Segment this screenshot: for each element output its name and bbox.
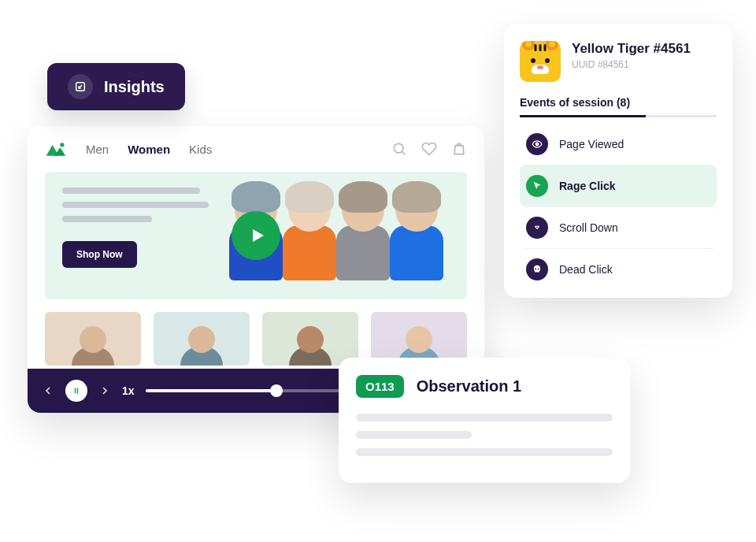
event-label: Rage Click [559, 180, 616, 192]
nav-link-men[interactable]: Men [86, 143, 109, 156]
svg-point-7 [538, 268, 539, 269]
shop-now-button[interactable]: Shop Now [62, 241, 137, 268]
insights-pill[interactable]: Insights [47, 63, 185, 110]
observation-id-badge: O113 [356, 375, 404, 398]
event-row-dead-click[interactable]: Dead Click [520, 248, 717, 290]
nav-link-kids[interactable]: Kids [189, 143, 212, 156]
nav-link-women[interactable]: Women [128, 143, 170, 156]
site-navigation: Men Women Kids [28, 126, 484, 172]
event-label: Page Viewed [559, 138, 624, 150]
text-placeholder [62, 202, 209, 208]
hero-banner: Shop Now [45, 172, 467, 299]
cursor-icon [526, 175, 548, 197]
svg-point-5 [532, 223, 542, 232]
pause-button[interactable] [65, 380, 87, 402]
text-placeholder [62, 187, 200, 194]
insights-label: Insights [104, 78, 165, 96]
svg-point-1 [60, 143, 64, 147]
observation-card: O113 Observation 1 [339, 358, 630, 483]
svg-point-2 [394, 143, 403, 153]
observation-title: Observation 1 [417, 377, 521, 395]
seek-handle[interactable] [270, 384, 283, 397]
text-placeholder [62, 216, 152, 222]
next-frame-button[interactable] [98, 384, 111, 397]
bag-icon[interactable] [451, 141, 467, 157]
event-row-rage-click[interactable]: Rage Click [520, 165, 717, 206]
event-row-page-viewed[interactable]: Page Viewed [520, 124, 717, 165]
text-placeholder [356, 414, 613, 421]
thumbnail[interactable] [154, 312, 250, 366]
event-row-scroll-down[interactable]: Scroll Down [520, 206, 717, 248]
brand-logo-icon [45, 140, 67, 158]
svg-point-4 [536, 143, 539, 146]
scroll-icon [526, 217, 548, 239]
text-placeholder [356, 431, 472, 439]
playback-speed[interactable]: 1x [122, 384, 135, 397]
play-button[interactable] [232, 211, 280, 260]
heart-icon[interactable] [421, 141, 437, 157]
seek-progress [146, 389, 277, 392]
thumbnail[interactable] [45, 312, 141, 366]
user-name: Yellow Tiger #4561 [572, 41, 691, 57]
session-events-card: Yellow Tiger #4561 UUID #84561 Events of… [504, 24, 732, 298]
eye-icon [526, 133, 548, 155]
event-label: Scroll Down [559, 221, 618, 234]
search-icon[interactable] [391, 141, 407, 157]
text-placeholder [356, 448, 613, 456]
event-label: Dead Click [559, 263, 613, 276]
prev-frame-button[interactable] [42, 384, 54, 397]
user-avatar [520, 41, 561, 82]
svg-point-6 [535, 268, 536, 269]
events-section-title: Events of session (8) [520, 96, 717, 109]
insights-icon [68, 74, 93, 99]
skull-icon [526, 258, 548, 280]
user-uuid: UUID #84561 [572, 59, 691, 70]
thumbnail[interactable] [262, 312, 358, 366]
events-tab-indicator [520, 115, 717, 117]
